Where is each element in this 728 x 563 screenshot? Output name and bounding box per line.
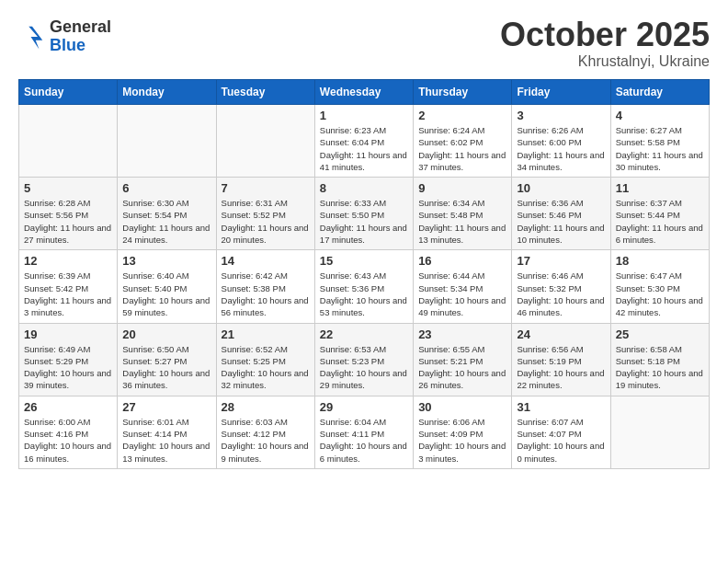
calendar-day-cell: 19Sunrise: 6:49 AM Sunset: 5:29 PM Dayli… [19,323,118,396]
location-subtitle: Khrustalnyi, Ukraine [500,53,710,70]
day-number: 19 [24,327,112,341]
day-info: Sunrise: 6:03 AM Sunset: 4:12 PM Dayligh… [222,416,310,465]
day-number: 9 [418,181,506,195]
day-number: 1 [320,109,408,122]
day-info: Sunrise: 6:36 AM Sunset: 5:46 PM Dayligh… [517,197,605,246]
calendar-day-cell [216,105,314,178]
calendar-day-cell: 28Sunrise: 6:03 AM Sunset: 4:12 PM Dayli… [216,396,314,468]
calendar-day-cell: 10Sunrise: 6:36 AM Sunset: 5:46 PM Dayli… [512,178,610,250]
day-info: Sunrise: 6:46 AM Sunset: 5:32 PM Dayligh… [517,270,605,318]
calendar-table: SundayMondayTuesdayWednesdayThursdayFrid… [18,79,710,469]
day-number: 18 [616,254,704,268]
day-info: Sunrise: 6:01 AM Sunset: 4:14 PM Dayligh… [122,416,210,465]
calendar-day-cell: 9Sunrise: 6:34 AM Sunset: 5:48 PM Daylig… [414,178,512,250]
day-number: 8 [320,181,408,195]
day-number: 14 [222,254,310,268]
calendar-week-row: 1Sunrise: 6:23 AM Sunset: 6:04 PM Daylig… [19,105,710,178]
logo-text: General Blue [50,18,111,55]
calendar-day-cell: 22Sunrise: 6:53 AM Sunset: 5:23 PM Dayli… [314,323,413,396]
day-number: 10 [517,181,605,195]
day-number: 20 [122,327,210,341]
day-number: 28 [222,400,310,414]
calendar-day-cell: 11Sunrise: 6:37 AM Sunset: 5:44 PM Dayli… [610,178,709,250]
day-number: 7 [222,181,310,195]
calendar-week-row: 19Sunrise: 6:49 AM Sunset: 5:29 PM Dayli… [19,323,710,396]
day-number: 16 [418,254,506,268]
calendar-day-cell: 4Sunrise: 6:27 AM Sunset: 5:58 PM Daylig… [610,105,709,178]
weekday-header: Sunday [19,80,118,105]
calendar-day-cell: 25Sunrise: 6:58 AM Sunset: 5:18 PM Dayli… [610,323,709,396]
logo-blue: Blue [50,37,111,55]
calendar-day-cell: 29Sunrise: 6:04 AM Sunset: 4:11 PM Dayli… [314,396,413,468]
calendar-day-cell: 12Sunrise: 6:39 AM Sunset: 5:42 PM Dayli… [19,250,118,323]
day-info: Sunrise: 6:50 AM Sunset: 5:27 PM Dayligh… [122,343,210,392]
calendar-week-row: 26Sunrise: 6:00 AM Sunset: 4:16 PM Dayli… [19,396,710,468]
day-number: 25 [616,327,704,341]
calendar-day-cell: 20Sunrise: 6:50 AM Sunset: 5:27 PM Dayli… [118,323,216,396]
calendar-day-cell [118,105,216,178]
day-info: Sunrise: 6:53 AM Sunset: 5:23 PM Dayligh… [320,343,408,392]
weekday-header: Friday [512,80,610,105]
day-number: 24 [517,327,605,341]
weekday-header: Tuesday [216,80,314,105]
logo-icon [18,23,46,51]
weekday-header: Thursday [414,80,512,105]
day-info: Sunrise: 6:56 AM Sunset: 5:19 PM Dayligh… [517,343,605,392]
day-info: Sunrise: 6:34 AM Sunset: 5:48 PM Dayligh… [418,197,506,246]
day-info: Sunrise: 6:33 AM Sunset: 5:50 PM Dayligh… [320,197,408,246]
calendar-day-cell: 27Sunrise: 6:01 AM Sunset: 4:14 PM Dayli… [118,396,216,468]
calendar-day-cell: 2Sunrise: 6:24 AM Sunset: 6:02 PM Daylig… [414,105,512,178]
day-info: Sunrise: 6:39 AM Sunset: 5:42 PM Dayligh… [24,270,112,318]
calendar-day-cell: 14Sunrise: 6:42 AM Sunset: 5:38 PM Dayli… [216,250,314,323]
calendar-day-cell: 1Sunrise: 6:23 AM Sunset: 6:04 PM Daylig… [314,105,413,178]
day-number: 5 [24,181,112,195]
calendar-day-cell: 17Sunrise: 6:46 AM Sunset: 5:32 PM Dayli… [512,250,610,323]
calendar-day-cell: 26Sunrise: 6:00 AM Sunset: 4:16 PM Dayli… [19,396,118,468]
day-info: Sunrise: 6:06 AM Sunset: 4:09 PM Dayligh… [418,416,506,465]
calendar-day-cell: 3Sunrise: 6:26 AM Sunset: 6:00 PM Daylig… [512,105,610,178]
calendar-day-cell [19,105,118,178]
day-number: 15 [320,254,408,268]
calendar-week-row: 5Sunrise: 6:28 AM Sunset: 5:56 PM Daylig… [19,178,710,250]
day-number: 13 [122,254,210,268]
day-info: Sunrise: 6:07 AM Sunset: 4:07 PM Dayligh… [517,416,605,465]
calendar-day-cell: 23Sunrise: 6:55 AM Sunset: 5:21 PM Dayli… [414,323,512,396]
day-number: 30 [418,400,506,414]
calendar-day-cell: 24Sunrise: 6:56 AM Sunset: 5:19 PM Dayli… [512,323,610,396]
day-number: 6 [122,181,210,195]
day-info: Sunrise: 6:00 AM Sunset: 4:16 PM Dayligh… [24,416,112,465]
svg-marker-0 [28,27,42,50]
day-info: Sunrise: 6:47 AM Sunset: 5:30 PM Dayligh… [616,270,704,318]
day-info: Sunrise: 6:23 AM Sunset: 6:04 PM Dayligh… [320,124,408,173]
month-title: October 2025 [500,18,710,52]
calendar-day-cell: 8Sunrise: 6:33 AM Sunset: 5:50 PM Daylig… [314,178,413,250]
calendar-header-row: SundayMondayTuesdayWednesdayThursdayFrid… [19,80,710,105]
day-number: 26 [24,400,112,414]
day-info: Sunrise: 6:40 AM Sunset: 5:40 PM Dayligh… [122,270,210,318]
day-number: 31 [517,400,605,414]
day-info: Sunrise: 6:28 AM Sunset: 5:56 PM Dayligh… [24,197,112,246]
day-number: 4 [616,109,704,122]
day-info: Sunrise: 6:04 AM Sunset: 4:11 PM Dayligh… [320,416,408,465]
calendar-day-cell: 31Sunrise: 6:07 AM Sunset: 4:07 PM Dayli… [512,396,610,468]
day-info: Sunrise: 6:27 AM Sunset: 5:58 PM Dayligh… [616,124,704,173]
day-number: 2 [418,109,506,122]
day-number: 3 [517,109,605,122]
day-info: Sunrise: 6:58 AM Sunset: 5:18 PM Dayligh… [616,343,704,392]
day-info: Sunrise: 6:31 AM Sunset: 5:52 PM Dayligh… [222,197,310,246]
weekday-header: Monday [118,80,216,105]
weekday-header: Wednesday [314,80,413,105]
calendar-week-row: 12Sunrise: 6:39 AM Sunset: 5:42 PM Dayli… [19,250,710,323]
day-info: Sunrise: 6:49 AM Sunset: 5:29 PM Dayligh… [24,343,112,392]
day-number: 27 [122,400,210,414]
calendar-day-cell: 30Sunrise: 6:06 AM Sunset: 4:09 PM Dayli… [414,396,512,468]
day-info: Sunrise: 6:52 AM Sunset: 5:25 PM Dayligh… [222,343,310,392]
calendar-day-cell: 6Sunrise: 6:30 AM Sunset: 5:54 PM Daylig… [118,178,216,250]
day-info: Sunrise: 6:24 AM Sunset: 6:02 PM Dayligh… [418,124,506,173]
day-info: Sunrise: 6:30 AM Sunset: 5:54 PM Dayligh… [122,197,210,246]
day-info: Sunrise: 6:43 AM Sunset: 5:36 PM Dayligh… [320,270,408,318]
day-info: Sunrise: 6:44 AM Sunset: 5:34 PM Dayligh… [418,270,506,318]
day-info: Sunrise: 6:26 AM Sunset: 6:00 PM Dayligh… [517,124,605,173]
calendar-day-cell: 18Sunrise: 6:47 AM Sunset: 5:30 PM Dayli… [610,250,709,323]
calendar-day-cell [610,396,709,468]
